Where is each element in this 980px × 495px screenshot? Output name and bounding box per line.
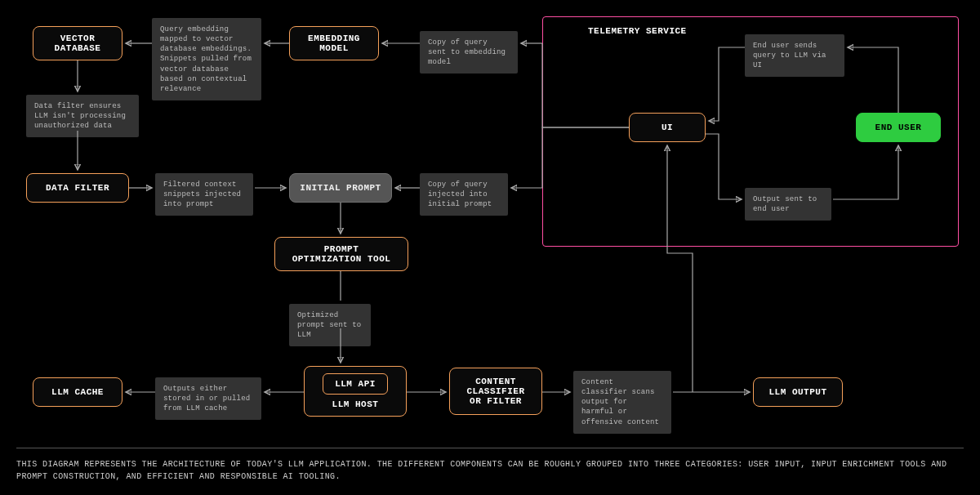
note-copy-initial: Copy of query injected into initial prom… bbox=[420, 173, 508, 216]
node-llm-output: LLM OUTPUT bbox=[753, 377, 843, 407]
node-llm-cache: LLM CACHE bbox=[33, 377, 122, 407]
node-label: PROMPT OPTIMIZATION TOOL bbox=[292, 244, 391, 264]
node-vector-database: VECTOR DATABASE bbox=[33, 26, 122, 60]
node-end-user: END USER bbox=[856, 113, 941, 142]
node-label: VECTOR DATABASE bbox=[55, 33, 101, 53]
node-llm-host: LLM API LLM HOST bbox=[304, 366, 407, 417]
node-label: DATA FILTER bbox=[46, 183, 109, 193]
node-label: END USER bbox=[875, 123, 922, 132]
node-data-filter: DATA FILTER bbox=[26, 173, 129, 203]
node-content-classifier: CONTENT CLASSIFIER OR FILTER bbox=[449, 368, 542, 415]
node-llm-api: LLM API bbox=[323, 373, 388, 395]
note-query-embedding: Query embedding mapped to vector databas… bbox=[152, 18, 261, 100]
note-output-sent: Output sent to end user bbox=[745, 188, 831, 221]
node-label: CONTENT CLASSIFIER OR FILTER bbox=[466, 377, 524, 406]
footer-text: THIS DIAGRAM REPRESENTS THE ARCHITECTURE… bbox=[16, 459, 964, 483]
node-label: INITIAL PROMPT bbox=[300, 183, 381, 193]
node-label: LLM OUTPUT bbox=[768, 387, 826, 397]
node-initial-prompt: INITIAL PROMPT bbox=[289, 173, 392, 203]
node-label: LLM CACHE bbox=[51, 387, 104, 397]
note-copy-embed: Copy of query sent to embedding model bbox=[420, 31, 518, 74]
note-classifier-scan: Content classifier scans output for harm… bbox=[573, 371, 671, 434]
telemetry-label: TELEMETRY SERVICE bbox=[588, 26, 687, 36]
node-ui: UI bbox=[629, 113, 706, 142]
node-label: EMBEDDING MODEL bbox=[308, 33, 360, 53]
node-prompt-optimization: PROMPT OPTIMIZATION TOOL bbox=[274, 237, 408, 271]
node-llm-host-label: LLM HOST bbox=[332, 399, 379, 409]
note-outputs-cache: Outputs either stored in or pulled from … bbox=[155, 377, 261, 420]
note-send-query: End user sends query to LLM via UI bbox=[745, 34, 844, 77]
note-filtered-ctx: Filtered context snippets injected into … bbox=[155, 173, 253, 216]
node-label: UI bbox=[662, 123, 673, 132]
note-opt-prompt: Optimized prompt sent to LLM bbox=[289, 304, 371, 346]
note-data-filter: Data filter ensures LLM isn't processing… bbox=[26, 95, 139, 137]
node-embedding-model: EMBEDDING MODEL bbox=[289, 26, 379, 60]
footer-divider bbox=[16, 448, 964, 448]
